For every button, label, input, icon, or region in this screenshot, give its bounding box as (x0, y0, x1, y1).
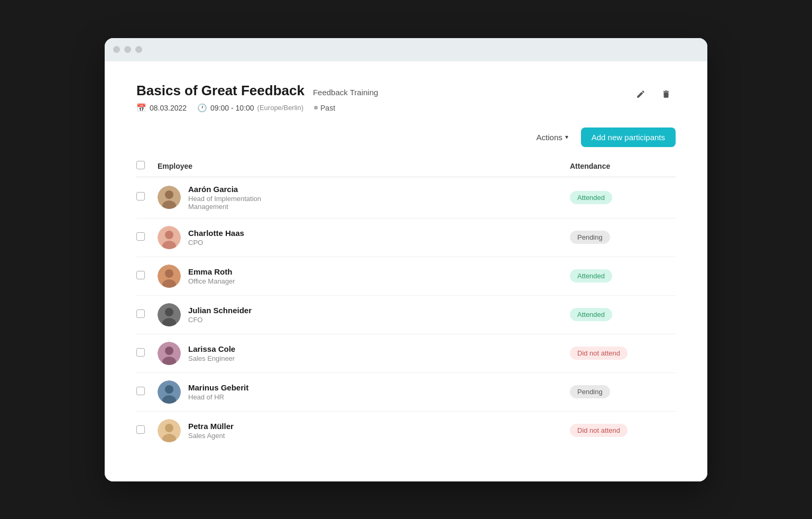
actions-label: Actions (537, 133, 562, 142)
row-checkbox-3[interactable] (136, 271, 145, 279)
clock-icon: 🕐 (197, 103, 207, 113)
avatar (158, 265, 181, 288)
employee-role: Sales Agent (188, 432, 234, 440)
employee-details: Marinus Geberit Head of HR (188, 383, 248, 401)
attendance-badge[interactable]: Attended (570, 269, 612, 283)
employee-details: Aarón Garcia Head of ImplementationManag… (188, 185, 261, 211)
svg-point-1 (165, 190, 173, 199)
employee-cell: Aarón Garcia Head of ImplementationManag… (158, 185, 570, 211)
avatar (158, 419, 181, 442)
delete-button[interactable] (657, 85, 676, 104)
table-body: Aarón Garcia Head of ImplementationManag… (136, 177, 676, 450)
status-dot (314, 106, 318, 110)
attendance-badge[interactable]: Attended (570, 191, 612, 204)
employee-role: CFO (188, 316, 252, 324)
attendance-cell: Attended (570, 191, 676, 204)
employee-details: Julian Schneider CFO (188, 306, 252, 324)
title-bar (105, 38, 707, 61)
date-meta: 📅 08.03.2022 (136, 103, 187, 113)
row-checkbox-col (136, 309, 158, 320)
employee-role: Sales Engineer (188, 354, 235, 362)
avatar (158, 380, 181, 404)
attendance-badge[interactable]: Did not attend (570, 424, 628, 437)
employee-col-label: Employee (158, 162, 192, 170)
add-participants-button[interactable]: Add new participants (581, 128, 676, 147)
employee-details: Charlotte Haas CPO (188, 229, 244, 247)
employee-cell: Larissa Cole Sales Engineer (158, 342, 570, 365)
edit-icon (636, 89, 645, 99)
row-checkbox-7[interactable] (136, 425, 145, 434)
attendance-badge[interactable]: Pending (570, 231, 610, 244)
employee-column-header: Employee (158, 161, 570, 171)
employee-role: Office Manager (188, 277, 235, 285)
date-value: 08.03.2022 (150, 104, 187, 112)
employee-name: Aarón Garcia (188, 185, 261, 194)
traffic-light-maximize[interactable] (135, 46, 142, 53)
row-checkbox-col (136, 271, 158, 281)
employee-cell: Charlotte Haas CPO (158, 226, 570, 249)
attendance-badge[interactable]: Pending (570, 385, 610, 398)
avatar (158, 226, 181, 249)
row-checkbox-col (136, 387, 158, 397)
calendar-icon: 📅 (136, 103, 146, 113)
employee-name: Larissa Cole (188, 344, 235, 353)
svg-point-13 (165, 347, 173, 355)
traffic-light-close[interactable] (113, 46, 120, 53)
employee-role: Head of ImplementationManagement (188, 195, 261, 211)
chevron-down-icon: ▾ (565, 133, 568, 141)
svg-point-16 (165, 385, 173, 394)
row-checkbox-4[interactable] (136, 309, 145, 318)
time-value: 09:00 - 10:00 (210, 104, 254, 112)
employee-name: Petra Müller (188, 422, 234, 431)
employee-cell: Marinus Geberit Head of HR (158, 380, 570, 404)
svg-point-7 (165, 269, 173, 278)
employee-info-cell: Marinus Geberit Head of HR (158, 380, 570, 404)
select-all-checkbox[interactable] (136, 161, 145, 169)
attendance-col-label: Attendance (570, 162, 610, 170)
employee-role: Head of HR (188, 393, 248, 401)
header-checkbox-col (136, 161, 158, 171)
app-window: Basics of Great Feedback Feedback Traini… (105, 38, 707, 481)
timezone-value: (Europe/Berlin) (257, 104, 303, 112)
employee-info-cell: Larissa Cole Sales Engineer (158, 342, 570, 365)
row-checkbox-col (136, 232, 158, 243)
status-text: Past (320, 104, 335, 112)
employee-cell: Julian Schneider CFO (158, 303, 570, 326)
table-row: Julian Schneider CFO Attended (136, 296, 676, 334)
attendance-badge[interactable]: Did not attend (570, 347, 628, 360)
row-checkbox-2[interactable] (136, 232, 145, 241)
employee-name: Emma Roth (188, 267, 235, 276)
category-badge: Feedback Training (313, 88, 378, 97)
employee-cell: Petra Müller Sales Agent (158, 419, 570, 442)
employee-info-cell: Julian Schneider CFO (158, 303, 570, 326)
attendance-cell: Did not attend (570, 347, 676, 360)
attendance-badge[interactable]: Attended (570, 308, 612, 321)
meta-row: 📅 08.03.2022 🕐 09:00 - 10:00 (Europe/Ber… (136, 103, 378, 113)
row-checkbox-6[interactable] (136, 387, 145, 395)
employee-details: Larissa Cole Sales Engineer (188, 344, 235, 362)
table-row: Petra Müller Sales Agent Did not attend (136, 412, 676, 450)
title-row: Basics of Great Feedback Feedback Traini… (136, 83, 378, 99)
attendance-cell: Pending (570, 385, 676, 398)
row-checkbox-col (136, 425, 158, 436)
table-row: Larissa Cole Sales Engineer Did not atte… (136, 334, 676, 373)
employee-name: Marinus Geberit (188, 383, 248, 392)
edit-button[interactable] (631, 85, 650, 104)
employee-cell: Emma Roth Office Manager (158, 265, 570, 288)
svg-point-19 (165, 424, 173, 432)
row-checkbox-1[interactable] (136, 192, 145, 201)
attendance-cell: Attended (570, 269, 676, 283)
table-row: Aarón Garcia Head of ImplementationManag… (136, 177, 676, 218)
avatar (158, 342, 181, 365)
employee-name: Charlotte Haas (188, 229, 244, 238)
page-header: Basics of Great Feedback Feedback Traini… (136, 83, 676, 113)
employee-info-cell: Emma Roth Office Manager (158, 265, 570, 288)
row-checkbox-5[interactable] (136, 348, 145, 357)
employee-name: Julian Schneider (188, 306, 252, 315)
attendance-column-header: Attendance (570, 161, 676, 171)
employee-info-cell: Petra Müller Sales Agent (158, 419, 570, 442)
table-row: Charlotte Haas CPO Pending (136, 218, 676, 257)
table-row: Marinus Geberit Head of HR Pending (136, 373, 676, 412)
actions-button[interactable]: Actions ▾ (530, 129, 575, 146)
traffic-light-minimize[interactable] (124, 46, 131, 53)
